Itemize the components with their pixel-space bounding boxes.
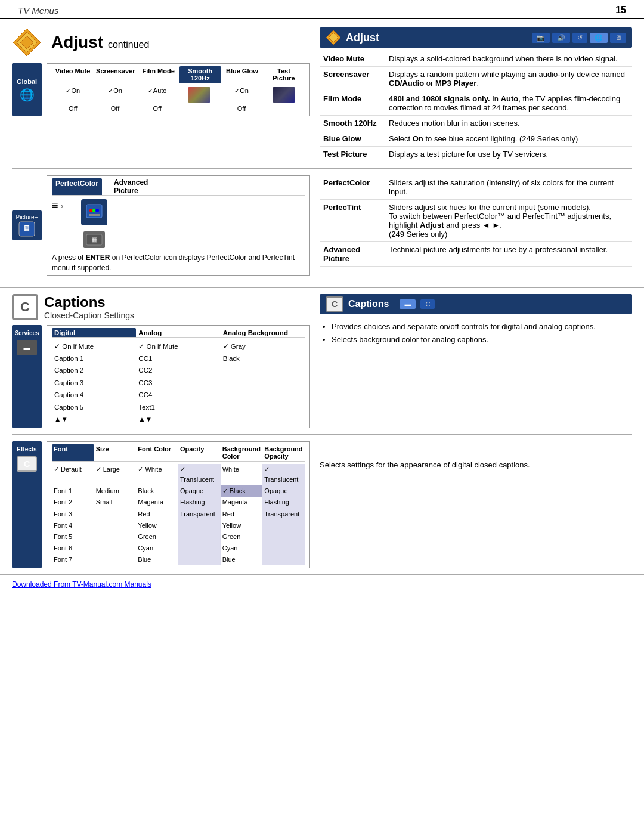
global-menu-section: Global 🌐 Video Mute Screensaver Film Mod… — [12, 63, 310, 116]
eff-size-6 — [94, 531, 137, 543]
eff-font-7: Font 6 — [52, 543, 94, 554]
eff-row-3: Font 2 Small Magenta Flashing Magenta Fl… — [52, 497, 305, 508]
nav-tab-picture[interactable]: 📷 — [532, 33, 550, 43]
footer-link[interactable]: Downloaded From TV-Manual.com Manuals — [12, 580, 151, 589]
eff-font-3: Font 2 — [52, 497, 94, 508]
svc-analogbg-4 — [221, 377, 305, 389]
desc-label-videomute: Video Mute — [320, 51, 385, 67]
pictureplus-icon-box: Picture+ 🖥 — [12, 210, 42, 240]
col-smooth: Smooth120Hz — [179, 66, 221, 83]
col-film-mode: Film Mode — [138, 66, 179, 83]
pictureplus-label: Picture+ — [16, 214, 38, 221]
eff-fontcolor-7: Cyan — [136, 543, 178, 554]
eff-opacity-2: Opaque — [178, 485, 221, 497]
svc-analogbg-6 — [221, 401, 305, 413]
global-icon-box: Global 🌐 — [12, 63, 42, 116]
svc-col-analogbg: Analog Background — [221, 328, 305, 337]
desc-row-smooth: Smooth 120Hz Reduces motion blur in acti… — [320, 116, 632, 131]
captions-nav-icon: C — [326, 296, 343, 312]
cap-tab-services[interactable]: ▬ — [400, 299, 416, 309]
desc-text-perfectcolor: Sliders adjust the saturation (intensity… — [385, 175, 632, 200]
eff-size-7 — [94, 543, 137, 554]
eff-bgcolor-4: Red — [221, 509, 263, 520]
adjust-right-panel: Adjust 📷 🔊 ↺ 🌐 🖥 — [320, 27, 632, 162]
svc-analog-3: CC2 — [136, 364, 220, 376]
svc-analogbg-5 — [221, 389, 305, 401]
eff-size-2: Medium — [94, 485, 137, 497]
svc-row-5: Caption 4 CC4 — [52, 389, 305, 401]
svg-point-10 — [95, 209, 99, 212]
perfectcolor-sub-icon: ▦ — [83, 231, 105, 248]
captions-title: Captions — [44, 294, 134, 311]
perfectcolor-svg — [85, 203, 103, 221]
svc-row-6: Caption 5 Text1 — [52, 401, 305, 413]
nav-tab-reset[interactable]: ↺ — [572, 33, 587, 43]
bullet-1: Provides choices and separate on/off con… — [332, 320, 632, 333]
services-table-box: Digital Analog Analog Background ✓ On if… — [47, 325, 310, 429]
eff-opacity-4: Transparent — [178, 509, 221, 520]
desc-text-filmmode: 480i and 1080i signals only. In Auto, th… — [385, 91, 632, 116]
eff-fontcolor-8: Blue — [136, 554, 178, 565]
captions-title-block: Captions Closed-Caption Settings — [44, 294, 134, 320]
cell-filmmode-1: ✓Auto — [136, 86, 178, 104]
desc-row-blueglow: Blue Glow Select On to see blue accent l… — [320, 131, 632, 147]
eff-size-5 — [94, 520, 137, 531]
svc-digital-7: ▲▼ — [52, 413, 136, 425]
nav-tab-audio[interactable]: 🔊 — [552, 33, 570, 43]
eff-row-7: Font 6 Cyan Cyan — [52, 543, 305, 554]
eff-bgcolor-7: Cyan — [221, 543, 263, 554]
desc-label-filmmode: Film Mode — [320, 91, 385, 116]
eff-bgopacity-8 — [262, 554, 305, 565]
captions-icon: C — [12, 294, 38, 320]
picture-icons-col: ≡ › — [52, 199, 63, 248]
eff-col-opacity: Opacity — [178, 444, 221, 461]
desc-label-perfectcolor: PerfectColor — [320, 175, 385, 200]
eff-col-size: Size — [94, 444, 137, 461]
svc-row-3: Caption 2 CC2 — [52, 364, 305, 376]
eff-col-bgopacity: BackgroundOpacity — [262, 444, 305, 461]
desc-label-blueglow: Blue Glow — [320, 131, 385, 147]
adjust-desc-table: Video Mute Displays a solid-colored back… — [320, 51, 632, 162]
menu-data-row-2: Off Off Off Off — [52, 104, 305, 113]
eff-opacity-5 — [178, 520, 221, 531]
desc-row-filmmode: Film Mode 480i and 1080i signals only. I… — [320, 91, 632, 116]
svc-analog-7: ▲▼ — [136, 413, 220, 425]
nav-tab-global[interactable]: 🌐 — [590, 33, 608, 43]
cap-tab-effects[interactable]: C — [420, 299, 435, 309]
perfectcolor-icon[interactable] — [81, 199, 107, 225]
eff-row-6: Font 5 Green Green — [52, 531, 305, 543]
desc-label-smooth: Smooth 120Hz — [320, 116, 385, 131]
effects-c-icon: C — [17, 456, 37, 472]
effects-right-panel: Selects settings for the appearance of d… — [320, 441, 632, 568]
eff-bgcolor-1: White — [221, 464, 263, 485]
eff-fontcolor-5: Yellow — [136, 520, 178, 531]
cell-screensaver-2: Off — [94, 104, 137, 113]
nav-tab-pictureplus[interactable]: 🖥 — [610, 33, 626, 43]
adjust-nav-label: Adjust — [346, 32, 379, 44]
eff-row-1: ✓ Default ✓ Large ✓ White ✓ Translucent … — [52, 464, 305, 485]
effects-table-header: Font Size Font Color Opacity BackgroundC… — [52, 444, 305, 462]
svc-digital-3: Caption 2 — [52, 364, 136, 376]
eff-fontcolor-2: Black — [136, 485, 178, 497]
eff-row-8: Font 7 Blue Blue — [52, 554, 305, 565]
adjust-nav-tabs: 📷 🔊 ↺ 🌐 🖥 — [532, 33, 626, 43]
picture-header-row: Picture+ 🖥 PerfectColor AdvancedPicture … — [12, 175, 310, 276]
services-btn[interactable]: ▬ — [17, 340, 37, 355]
svc-analogbg-3 — [221, 364, 305, 376]
cell-smooth-2 — [178, 104, 221, 113]
captions-subtitle: Closed-Caption Settings — [44, 311, 134, 320]
picture-note-text: A press of ENTER on PerfectColor icon di… — [52, 253, 305, 273]
eff-size-4 — [94, 509, 137, 520]
header-title: TV Menus — [18, 5, 58, 16]
eff-col-fontcolor: Font Color — [136, 444, 178, 461]
eff-font-6: Font 5 — [52, 531, 94, 543]
cell-blueglow-1: ✓On — [221, 86, 263, 104]
svc-digital-2: Caption 1 — [52, 352, 136, 364]
desc-row-testpic: Test Picture Displays a test picture for… — [320, 147, 632, 162]
advanced-picture-tab: AdvancedPicture — [114, 178, 148, 195]
menu-table-header: Video Mute Screensaver Film Mode Smooth1… — [52, 66, 305, 83]
eff-font-2: Font 1 — [52, 485, 94, 497]
svc-row-1: ✓ On if Mute ✓ On if Mute ✓ Gray — [52, 340, 305, 352]
services-icon-box: Services ▬ — [12, 325, 42, 429]
menu-data-row-1: ✓On ✓On ✓Auto ✓On — [52, 86, 305, 104]
